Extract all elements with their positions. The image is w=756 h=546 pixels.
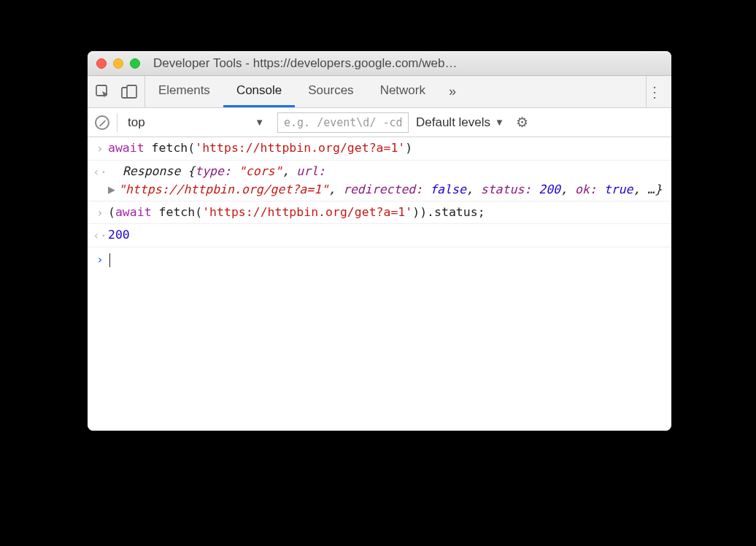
close-window-button[interactable] (96, 58, 107, 69)
log-levels-label: Default levels (416, 115, 490, 130)
chevron-down-icon: ▼ (255, 117, 264, 128)
console-input-code: (await fetch('https://httpbin.org/get?a=… (108, 203, 666, 223)
output-chevron-icon: ‹· (92, 226, 108, 245)
execution-context-select[interactable]: top ▼ (117, 113, 270, 132)
more-options-icon[interactable]: ⋮ (647, 85, 663, 99)
panel-tabbar: Elements Console Sources Network » ⋮ (88, 76, 671, 108)
text-cursor (109, 253, 110, 267)
filter-input[interactable] (277, 112, 409, 133)
svg-rect-2 (127, 85, 136, 98)
prompt-chevron-icon: › (92, 250, 108, 269)
tab-sources[interactable]: Sources (295, 76, 366, 107)
input-chevron-icon: › (92, 203, 108, 223)
console-prompt-row[interactable]: › (88, 247, 671, 272)
tab-network[interactable]: Network (367, 76, 439, 107)
console-toolbar: top ▼ Default levels ▼ ⚙ (88, 108, 671, 137)
zoom-window-button[interactable] (130, 58, 140, 69)
output-chevron-icon: ‹· (92, 162, 108, 199)
console-output: › await fetch('https://httpbin.org/get?a… (88, 137, 671, 431)
inspect-element-icon[interactable] (95, 84, 111, 100)
inspect-tools (88, 76, 145, 107)
tab-overflow-button[interactable]: » (439, 76, 466, 107)
tab-elements[interactable]: Elements (145, 76, 223, 107)
console-input-code: await fetch('https://httpbin.org/get?a=1… (108, 139, 666, 158)
minimize-window-button[interactable] (113, 58, 123, 69)
input-chevron-icon: › (92, 139, 108, 158)
panel-tabs: Elements Console Sources Network » (145, 76, 466, 107)
console-result-row[interactable]: ‹· Response {type: "cors", url:▶"https:/… (88, 161, 671, 201)
console-input-row[interactable]: › (await fetch('https://httpbin.org/get?… (88, 201, 671, 225)
device-toolbar-icon[interactable] (121, 84, 137, 100)
titlebar: Developer Tools - https://developers.goo… (88, 51, 671, 76)
execution-context-label: top (128, 115, 145, 130)
window-title: Developer Tools - https://developers.goo… (153, 56, 663, 71)
console-result-row[interactable]: ‹· 200 (88, 224, 671, 247)
settings-icon[interactable]: ⚙ (516, 114, 528, 131)
tab-console[interactable]: Console (223, 76, 295, 107)
expand-triangle-icon[interactable]: ▶ (108, 180, 118, 199)
devtools-window: Developer Tools - https://developers.goo… (88, 51, 671, 431)
console-input-row[interactable]: › await fetch('https://httpbin.org/get?a… (88, 137, 671, 161)
chevron-down-icon: ▼ (495, 117, 504, 128)
log-levels-select[interactable]: Default levels ▼ (416, 115, 504, 130)
tabbar-right: ⋮ (646, 76, 671, 107)
clear-console-icon[interactable] (95, 115, 109, 130)
console-result-value: 200 (108, 226, 666, 245)
console-prompt-input[interactable] (108, 250, 667, 269)
window-controls (96, 58, 140, 69)
console-result-object: Response {type: "cors", url:▶"https://ht… (108, 162, 666, 199)
